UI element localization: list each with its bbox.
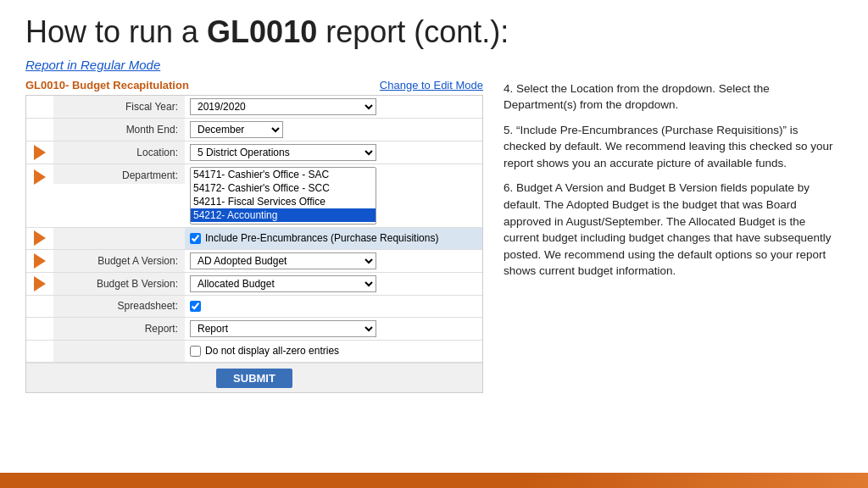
no-display-checkbox[interactable]: [190, 346, 201, 357]
budget-b-select[interactable]: Allocated Budget: [190, 275, 376, 292]
point-6: 6. Budget A Version and Budget B Version…: [504, 180, 843, 279]
dept-option-2: 54172- Cashier's Office - SCC: [191, 181, 376, 195]
slide-container: How to run a GL0010 report (cont.): Repo…: [0, 0, 868, 488]
fiscal-year-select[interactable]: 2019/2020: [190, 98, 376, 115]
submit-row: SUBMIT: [26, 363, 482, 392]
department-arrow: [26, 164, 53, 185]
left-panel: GL0010- Budget Recapitulation Change to …: [25, 79, 483, 464]
department-field: 54171- Cashier's Office - SAC 54172- Cas…: [185, 164, 482, 227]
month-end-label: Month End:: [53, 119, 185, 141]
report-mode-label: Report in Regular Mode: [25, 58, 843, 72]
budget-a-label: Budget A Version:: [53, 250, 185, 272]
budget-b-label: Budget B Version:: [53, 273, 185, 295]
month-end-select[interactable]: December: [190, 121, 283, 138]
title-prefix: How to run a: [25, 14, 207, 49]
budget-a-arrow-icon: [34, 253, 46, 269]
title-highlight: GL0010: [207, 14, 317, 49]
fiscal-year-row: Fiscal Year: 2019/2020: [26, 96, 482, 119]
location-arrow: [26, 141, 53, 164]
right-panel: 4. Select the Location from the dropdown…: [504, 79, 843, 464]
point-4: 4. Select the Location from the dropdown…: [504, 80, 843, 114]
report-field: Report: [185, 318, 482, 340]
bottom-bar: [0, 473, 868, 488]
location-field: 5 District Operations: [185, 141, 482, 164]
department-listbox[interactable]: 54171- Cashier's Office - SAC 54172- Cas…: [190, 167, 376, 225]
form-title-row: GL0010- Budget Recapitulation Change to …: [25, 79, 483, 92]
spreadsheet-field: [185, 296, 482, 317]
no-display-label-blank: [53, 341, 185, 362]
department-arrow-icon: [34, 169, 46, 185]
no-display-field: Do not display all-zero entries: [185, 341, 482, 362]
spreadsheet-row: Spreadsheet:: [26, 296, 482, 318]
dept-option-3: 54211- Fiscal Services Office: [191, 195, 376, 208]
encumbrances-checkbox[interactable]: [190, 233, 201, 244]
slide-content: How to run a GL0010 report (cont.): Repo…: [0, 0, 868, 473]
no-display-row: Do not display all-zero entries: [26, 341, 482, 363]
spreadsheet-checkbox[interactable]: [190, 301, 201, 312]
form-box: Fiscal Year: 2019/2020 Month End:: [25, 95, 483, 393]
report-label: Report:: [53, 318, 185, 340]
month-end-field: December: [185, 119, 482, 141]
month-end-arrow-spacer: [26, 119, 53, 141]
main-row: GL0010- Budget Recapitulation Change to …: [25, 79, 843, 464]
location-arrow-icon: [34, 145, 46, 160]
fiscal-year-field: 2019/2020: [185, 96, 482, 118]
dept-option-1: 54171- Cashier's Office - SAC: [191, 168, 376, 181]
dept-option-4: 54212- Accounting: [191, 208, 376, 222]
submit-button[interactable]: SUBMIT: [216, 369, 292, 388]
budget-a-arrow: [26, 250, 53, 272]
location-label: Location:: [53, 141, 185, 164]
budget-b-field: Allocated Budget: [185, 273, 482, 295]
budget-b-arrow-icon: [34, 276, 46, 291]
encumbrances-text: Include Pre-Encumbrances (Purchase Requi…: [205, 232, 438, 244]
budget-b-row: Budget B Version: Allocated Budget: [26, 273, 482, 296]
slide-title: How to run a GL0010 report (cont.):: [25, 15, 843, 49]
title-suffix: report (cont.):: [317, 14, 509, 49]
report-arrow-spacer: [26, 318, 53, 340]
fiscal-year-arrow-spacer: [26, 96, 53, 118]
pre-encumbrances-row: Include Pre-Encumbrances (Purchase Requi…: [26, 228, 482, 250]
location-select[interactable]: 5 District Operations: [190, 144, 376, 161]
spreadsheet-label: Spreadsheet:: [53, 296, 185, 317]
department-label: Department:: [53, 164, 185, 184]
budget-a-select[interactable]: AD Adopted Budget: [190, 252, 376, 269]
encumbrances-field: Include Pre-Encumbrances (Purchase Requi…: [185, 228, 482, 249]
encumbrances-arrow-icon: [34, 230, 46, 246]
budget-a-row: Budget A Version: AD Adopted Budget: [26, 250, 482, 273]
report-row: Report: Report: [26, 318, 482, 341]
fiscal-year-label: Fiscal Year:: [53, 96, 185, 118]
report-select[interactable]: Report: [190, 320, 376, 337]
budget-b-arrow: [26, 273, 53, 295]
location-row: Location: 5 District Operations: [26, 141, 482, 164]
change-mode-link[interactable]: Change to Edit Mode: [380, 79, 483, 92]
point-5: 5. “Include Pre-Encumbrances (Purchase R…: [504, 122, 843, 172]
budget-a-field: AD Adopted Budget: [185, 250, 482, 272]
no-display-text: Do not display all-zero entries: [205, 345, 339, 357]
no-display-arrow-spacer: [26, 341, 53, 362]
encumbrances-label-blank: [53, 228, 185, 249]
encumbrances-arrow: [26, 228, 53, 249]
spreadsheet-arrow-spacer: [26, 296, 53, 317]
department-row: Department: 54171- Cashier's Office - SA…: [26, 164, 482, 228]
form-title: GL0010- Budget Recapitulation: [25, 79, 189, 92]
month-end-row: Month End: December: [26, 119, 482, 141]
